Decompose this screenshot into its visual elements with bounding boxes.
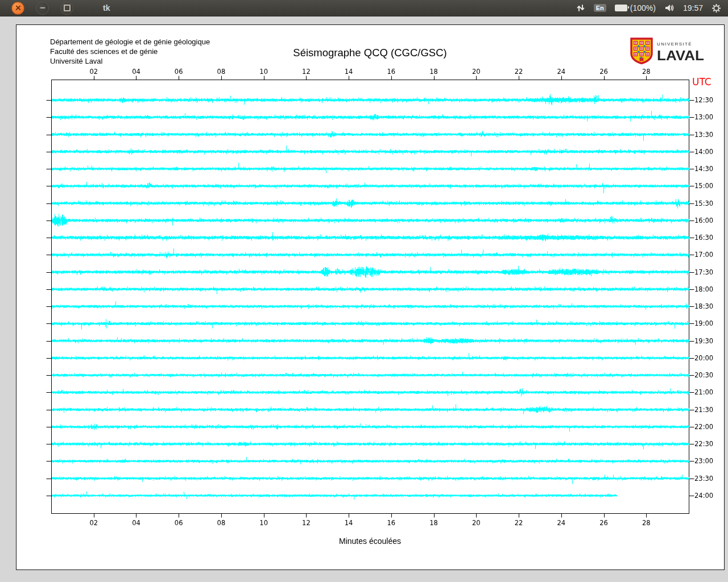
- x-tick-label: 24: [554, 519, 569, 527]
- top-panel: tk En (100%) 19:57: [0, 0, 728, 16]
- window-title: tk: [103, 3, 110, 13]
- utc-time-label: 14:00: [694, 148, 713, 156]
- x-tick-label: 18: [427, 68, 441, 76]
- battery-percentage: (100%): [630, 3, 656, 13]
- x-tick-label: 22: [511, 519, 526, 527]
- x-tick-label: 28: [639, 68, 653, 76]
- x-tick-label: 08: [214, 519, 229, 527]
- x-tick-label: 20: [469, 519, 483, 527]
- x-tick-label: 06: [171, 68, 186, 76]
- laval-wordmark-small: UNIVERSITÉ: [657, 42, 704, 47]
- close-button[interactable]: [11, 2, 24, 15]
- utc-time-label: 19:30: [694, 337, 713, 345]
- utc-time-label: 15:00: [694, 182, 713, 190]
- laval-logo: UNIVERSITÉ LAVAL: [630, 38, 704, 66]
- window-controls: [11, 2, 73, 15]
- x-tick-label: 04: [129, 68, 143, 76]
- utc-time-label: 18:00: [694, 285, 713, 293]
- utc-time-label: 17:00: [694, 251, 713, 259]
- plot-title: Séismographe QCQ (CGC/GSC): [51, 47, 689, 59]
- maximize-button[interactable]: [60, 2, 73, 15]
- laval-shield-icon: [630, 38, 653, 66]
- battery-icon: [615, 5, 627, 11]
- x-axis-title: Minutes écoulées: [51, 537, 689, 546]
- utc-time-label: 20:30: [694, 371, 713, 379]
- laval-wordmark: UNIVERSITÉ LAVAL: [657, 42, 704, 63]
- utc-time-label: 24:00: [694, 492, 713, 500]
- keyboard-layout-indicator[interactable]: En: [594, 4, 606, 12]
- x-tick-label: 14: [341, 68, 356, 76]
- x-tick-label: 24: [554, 68, 569, 76]
- x-tick-label: 06: [171, 519, 186, 527]
- x-tick-label: 12: [299, 68, 313, 76]
- minimize-button[interactable]: [36, 2, 49, 15]
- network-updown-icon[interactable]: [576, 3, 585, 13]
- x-tick-label: 22: [511, 68, 526, 76]
- x-tick-label: 28: [639, 519, 653, 527]
- utc-time-label: 16:30: [694, 234, 713, 242]
- x-tick-label: 16: [384, 519, 399, 527]
- seismograph-plot-canvas: [16, 25, 724, 569]
- utc-time-label: 13:00: [694, 113, 713, 121]
- clock[interactable]: 19:57: [683, 3, 703, 13]
- x-tick-label: 16: [384, 68, 399, 76]
- x-tick-label: 10: [257, 68, 271, 76]
- x-tick-label: 26: [597, 68, 611, 76]
- x-tick-label: 10: [257, 519, 271, 527]
- utc-axis-title: UTC: [692, 76, 712, 88]
- x-tick-label: 02: [86, 519, 101, 527]
- volume-icon[interactable]: [664, 3, 675, 13]
- system-tray: En (100%) 19:57: [576, 3, 728, 13]
- utc-time-label: 22:30: [694, 440, 713, 448]
- session-gear-icon[interactable]: [712, 3, 721, 13]
- utc-time-label: 23:30: [694, 475, 713, 483]
- utc-time-label: 18:30: [694, 302, 713, 310]
- utc-time-label: 19:00: [694, 319, 713, 327]
- utc-time-label: 13:30: [694, 131, 713, 139]
- x-tick-label: 04: [129, 519, 143, 527]
- desktop: { "titlebar": { "title": "tk", "keyboard…: [0, 0, 728, 582]
- x-tick-label: 02: [86, 68, 101, 76]
- tk-window: Département de géologie et de génie géol…: [16, 24, 725, 570]
- utc-time-label: 14:30: [694, 165, 713, 173]
- utc-time-label: 16:00: [694, 217, 713, 225]
- x-tick-label: 14: [341, 519, 356, 527]
- utc-time-label: 17:30: [694, 268, 713, 276]
- x-tick-label: 18: [427, 519, 441, 527]
- utc-time-label: 20:00: [694, 354, 713, 362]
- institution-line-1: Département de géologie et de génie géol…: [50, 37, 210, 47]
- utc-time-label: 21:00: [694, 388, 713, 396]
- x-tick-label: 26: [597, 519, 611, 527]
- x-tick-label: 20: [469, 68, 483, 76]
- battery-indicator[interactable]: (100%): [615, 3, 656, 13]
- utc-time-label: 22:00: [694, 423, 713, 431]
- utc-time-label: 23:00: [694, 457, 713, 465]
- utc-time-label: 15:30: [694, 199, 713, 207]
- x-tick-label: 12: [299, 519, 313, 527]
- x-tick-label: 08: [214, 68, 229, 76]
- utc-time-label: 21:30: [694, 406, 713, 414]
- laval-wordmark-large: LAVAL: [657, 48, 704, 62]
- utc-time-label: 12:30: [694, 96, 713, 104]
